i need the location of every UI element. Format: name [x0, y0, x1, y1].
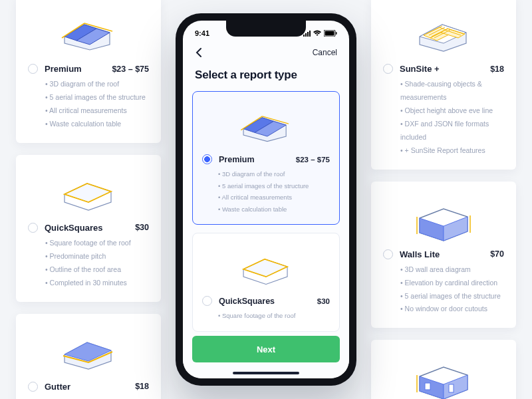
radio-icon[interactable]	[383, 64, 393, 74]
status-time: 9:41	[195, 29, 209, 37]
feature-item: All critical measurements	[45, 104, 149, 118]
feature-list: Square footage of the roof	[202, 310, 330, 322]
battery-icon	[324, 30, 337, 37]
feature-item: 3D wall area diagram	[400, 263, 504, 277]
option-illustration	[202, 241, 330, 293]
feature-item: Roof diagram with gutters highlighted	[45, 396, 149, 400]
report-card[interactable]: Premium $23 – $75 3D diagram of the roof…	[16, 0, 161, 143]
report-illustration	[383, 350, 504, 399]
option-price: $23 – $75	[296, 156, 330, 164]
feature-list: 3D diagram of the roof5 aerial images of…	[202, 168, 330, 215]
feature-item: 5 aerial images of the structure	[45, 91, 149, 104]
feature-item: Predominate pitch	[45, 250, 149, 263]
report-name: Premium	[45, 64, 82, 74]
next-button[interactable]: Next	[192, 336, 340, 362]
radio-icon[interactable]	[383, 249, 393, 259]
feature-item: Square footage of the roof	[218, 310, 330, 322]
feature-item: 3D diagram of the roof	[45, 78, 149, 91]
radio-icon[interactable]	[28, 64, 38, 74]
report-illustration	[383, 192, 504, 245]
radio-icon[interactable]	[202, 154, 212, 164]
phone-screen: 9:41 Cancel Select a report type Premium…	[183, 21, 349, 378]
feature-item: Elevation by cardinal direction	[400, 277, 504, 290]
feature-item: Outline of the roof area	[45, 263, 149, 277]
feature-list: 3D wall area diagramElevation by cardina…	[383, 263, 504, 317]
status-indicators	[303, 30, 337, 37]
feature-item: 5 aerial images of the structure	[218, 180, 330, 192]
feature-item: 5 aerial images of the structure	[400, 290, 504, 303]
report-card[interactable]: Walls $70 3D wall area diagramWindow and…	[371, 340, 516, 399]
feature-item: DXF and JSON file formats included	[400, 118, 504, 144]
report-option[interactable]: Premium $23 – $75 3D diagram of the roof…	[192, 91, 340, 225]
feature-list: Shade-causing objects & measurementsObje…	[383, 78, 504, 158]
report-illustration	[383, 7, 504, 60]
report-name: Gutter	[45, 382, 70, 392]
option-name: QuickSquares	[219, 297, 275, 306]
home-indicator[interactable]	[233, 372, 299, 374]
feature-list: 3D diagram of the roof5 aerial images of…	[28, 78, 149, 131]
page-title: Select a report type	[183, 62, 349, 91]
report-name: QuickSquares	[45, 223, 102, 233]
feature-item: Waste calculation table	[218, 203, 330, 215]
report-card[interactable]: Gutter $18 Roof diagram with gutters hig…	[16, 314, 161, 400]
wifi-icon	[313, 30, 322, 37]
feature-item: Completed in 30 minutes	[45, 277, 149, 290]
report-option[interactable]: QuickSquares $30 Square footage of the r…	[192, 233, 340, 332]
option-name: Premium	[219, 155, 255, 164]
report-illustration	[28, 166, 149, 219]
report-price: $18	[135, 382, 149, 391]
radio-icon[interactable]	[28, 382, 38, 392]
report-price: $70	[490, 249, 504, 259]
feature-item: No window or door cutouts	[400, 303, 504, 316]
feature-item: Square footage of the roof	[45, 237, 149, 250]
svg-rect-9	[325, 31, 334, 36]
report-card[interactable]: SunSite + $18 Shade-causing objects & me…	[371, 0, 516, 170]
report-illustration	[28, 7, 149, 60]
report-price: $23 – $75	[112, 65, 149, 74]
option-illustration	[202, 100, 330, 152]
feature-item: Shade-causing objects & measurements	[400, 78, 504, 104]
report-name: Walls Lite	[400, 249, 440, 259]
option-price: $30	[317, 297, 330, 305]
feature-item: All critical measurements	[218, 192, 330, 203]
report-price: $18	[490, 65, 504, 74]
back-icon[interactable]	[195, 47, 203, 58]
feature-item: + SunSite Report features	[400, 144, 504, 158]
report-card[interactable]: QuickSquares $30 Square footage of the r…	[16, 155, 161, 302]
radio-icon[interactable]	[28, 223, 38, 233]
next-bar: Next	[183, 329, 349, 378]
cancel-button[interactable]: Cancel	[313, 48, 337, 57]
feature-list: Roof diagram with gutters highlighted5 a…	[28, 396, 149, 400]
report-card[interactable]: Walls Lite $70 3D wall area diagramEleva…	[371, 182, 516, 329]
report-illustration	[28, 325, 149, 378]
phone-frame: 9:41 Cancel Select a report type Premium…	[176, 13, 356, 386]
feature-list: Square footage of the roofPredominate pi…	[28, 237, 149, 290]
report-price: $30	[135, 223, 149, 232]
svg-rect-10	[336, 32, 337, 35]
notch	[226, 21, 306, 37]
options-list[interactable]: Premium $23 – $75 3D diagram of the roof…	[183, 91, 349, 344]
feature-item: 3D diagram of the roof	[218, 168, 330, 180]
nav-bar: Cancel	[183, 41, 349, 62]
feature-item: Waste calculation table	[45, 118, 149, 131]
radio-icon[interactable]	[202, 296, 212, 306]
report-name: SunSite +	[400, 64, 440, 74]
feature-item: Object height above eve line	[400, 104, 504, 118]
